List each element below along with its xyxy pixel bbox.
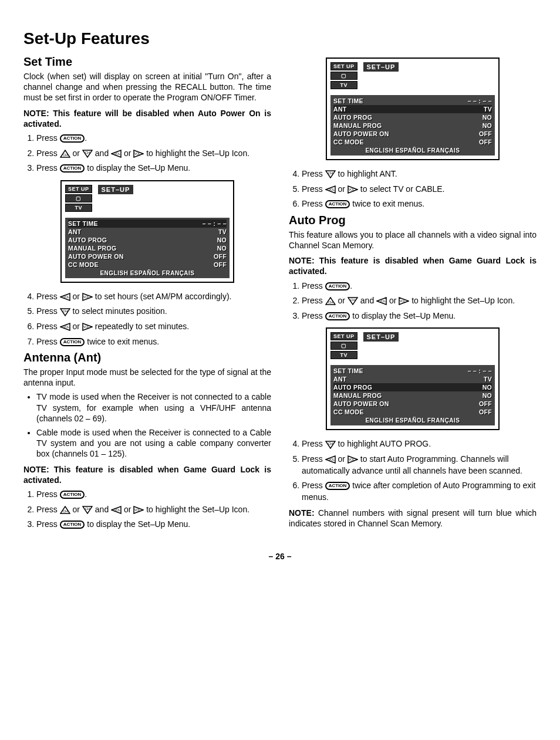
antenna-heading: Antenna (Ant)	[23, 351, 271, 364]
ch-up-icon: CH	[60, 506, 70, 514]
svg-text:VOL: VOL	[63, 295, 69, 299]
vol-left-icon: VOL	[60, 293, 70, 301]
two-column-layout: Set Time Clock (when set) will display o…	[23, 52, 537, 534]
vol-right-icon: VOL	[348, 185, 358, 194]
vol-left-icon: VOL	[60, 323, 70, 331]
list-item: Press VOL or VOL repeatedly to set minut…	[36, 321, 271, 333]
action-button-icon: ACTION	[325, 482, 350, 490]
setup-menu-screenshot: SET UP ▢ TV SET–UP SET TIME– – : – – ANT…	[326, 58, 500, 160]
list-item: Press VOL or VOL to set hours (set AM/PM…	[36, 291, 271, 303]
list-item: Press ACTION twice after completion of A…	[302, 480, 537, 503]
list-item: Press VOL or VOL to select TV or CABLE.	[302, 184, 537, 195]
svg-text:VOL: VOL	[134, 508, 140, 512]
vol-right-icon: VOL	[133, 150, 144, 158]
list-item: Press ACTION to display the Set–Up Menu.	[302, 310, 537, 322]
list-item: Press ACTION to display the Set–Up Menu.	[36, 519, 271, 530]
antenna-steps-1: Press ACTION. Press CH or CH and VOL or …	[23, 489, 271, 530]
list-item: Press CH to highlight AUTO PROG.	[302, 438, 537, 450]
set-time-steps-2: Press VOL or VOL to set hours (set AM/PM…	[23, 291, 271, 347]
list-item: Press ACTION.	[36, 133, 271, 144]
ch-down-icon: CH	[60, 308, 70, 316]
ch-down-icon: CH	[348, 297, 358, 305]
ch-down-icon: CH	[82, 150, 93, 158]
list-item: Press CH or CH and VOL or VOL to highlig…	[36, 148, 271, 160]
vol-right-icon: VOL	[399, 297, 409, 305]
svg-text:VOL: VOL	[83, 325, 89, 329]
list-item: Press CH to highlight ANT.	[302, 168, 537, 180]
ch-down-icon: CH	[325, 441, 336, 449]
svg-text:CH: CH	[328, 442, 333, 445]
autoprog-note: NOTE: This feature is disabled when Game…	[289, 255, 537, 276]
list-item: Press CH or CH and VOL or VOL to highlig…	[302, 295, 537, 307]
svg-text:CH: CH	[62, 153, 68, 157]
autoprog-heading: Auto Prog	[289, 214, 537, 227]
ch-up-icon: CH	[325, 297, 336, 305]
set-time-heading: Set Time	[23, 55, 271, 69]
svg-text:CH: CH	[328, 300, 333, 304]
svg-text:VOL: VOL	[114, 152, 120, 156]
list-item: Press ACTION twice to exit menus.	[302, 198, 537, 210]
svg-text:VOL: VOL	[114, 508, 120, 512]
action-button-icon: ACTION	[60, 521, 85, 529]
vol-left-icon: VOL	[111, 506, 122, 514]
page-number: – 26 –	[23, 552, 537, 561]
vol-right-icon: VOL	[82, 323, 93, 331]
svg-text:VOL: VOL	[329, 458, 335, 461]
antenna-intro: The proper Input mode must be selected f…	[23, 367, 271, 388]
right-column: SET UP ▢ TV SET–UP SET TIME– – : – – ANT…	[289, 52, 537, 534]
action-button-icon: ACTION	[325, 200, 350, 208]
svg-text:VOL: VOL	[349, 188, 355, 191]
set-time-note: NOTE: This feature will be disabled when…	[23, 108, 271, 129]
set-time-intro: Clock (when set) will display on screen …	[23, 71, 271, 103]
ch-down-icon: CH	[325, 170, 336, 178]
action-button-icon: ACTION	[60, 134, 85, 143]
list-item: Cable mode is used when the Receiver is …	[36, 427, 271, 459]
page-title: Set-Up Features	[23, 29, 537, 48]
svg-text:CH: CH	[85, 151, 90, 154]
svg-text:CH: CH	[328, 171, 333, 175]
svg-text:VOL: VOL	[83, 295, 89, 299]
autoprog-note2: NOTE: Channel numbers with signal presen…	[289, 508, 537, 529]
antenna-bullets: TV mode is used when the Receiver is not…	[23, 391, 271, 459]
autoprog-steps-1: Press ACTION. Press CH or CH and VOL or …	[289, 281, 537, 322]
action-button-icon: ACTION	[60, 491, 85, 499]
autoprog-steps-2: Press CH to highlight AUTO PROG. Press V…	[289, 438, 537, 503]
list-item: Press ACTION to display the Set–Up Menu.	[36, 163, 271, 174]
svg-text:VOL: VOL	[63, 325, 69, 329]
list-item: Press CH or CH and VOL or VOL to highlig…	[36, 504, 271, 516]
list-item: Press ACTION twice to exit menus.	[36, 336, 271, 348]
antenna-note: NOTE: This feature is disabled when Game…	[23, 464, 271, 485]
svg-text:VOL: VOL	[349, 458, 355, 461]
vol-left-icon: VOL	[111, 150, 122, 158]
ch-down-icon: CH	[82, 506, 93, 514]
svg-text:CH: CH	[85, 507, 90, 511]
svg-text:CH: CH	[62, 509, 68, 513]
vol-right-icon: VOL	[133, 506, 144, 514]
action-button-icon: ACTION	[325, 312, 350, 320]
svg-text:VOL: VOL	[329, 188, 335, 191]
antenna-steps-2: Press CH to highlight ANT. Press VOL or …	[289, 168, 537, 210]
vol-right-icon: VOL	[348, 455, 358, 464]
list-item: Press CH to select minutes position.	[36, 306, 271, 317]
vol-left-icon: VOL	[325, 185, 336, 194]
left-column: Set Time Clock (when set) will display o…	[23, 52, 271, 534]
svg-text:VOL: VOL	[400, 299, 406, 303]
svg-text:CH: CH	[350, 298, 356, 302]
action-button-icon: ACTION	[325, 282, 350, 290]
svg-text:CH: CH	[62, 309, 68, 313]
setup-menu-screenshot: SET UP ▢ TV SET–UP SET TIME– – : – – ANT…	[326, 327, 500, 430]
list-item: Press VOL or VOL to start Auto Programmi…	[302, 454, 537, 477]
list-item: Press ACTION.	[36, 489, 271, 501]
svg-text:VOL: VOL	[134, 152, 140, 156]
set-time-steps-1: Press ACTION. Press CH or CH and VOL or …	[23, 133, 271, 174]
vol-left-icon: VOL	[325, 455, 336, 464]
list-item: TV mode is used when the Receiver is not…	[36, 391, 271, 424]
svg-text:VOL: VOL	[380, 299, 386, 303]
vol-right-icon: VOL	[82, 293, 93, 301]
autoprog-intro: This feature allows you to place all cha…	[289, 229, 537, 251]
vol-left-icon: VOL	[376, 297, 387, 305]
list-item: Press ACTION.	[302, 281, 537, 292]
action-button-icon: ACTION	[60, 338, 85, 346]
action-button-icon: ACTION	[60, 164, 85, 173]
setup-menu-screenshot: SET UP ▢ TV SET–UP SET TIME– – : – – ANT…	[60, 180, 234, 283]
